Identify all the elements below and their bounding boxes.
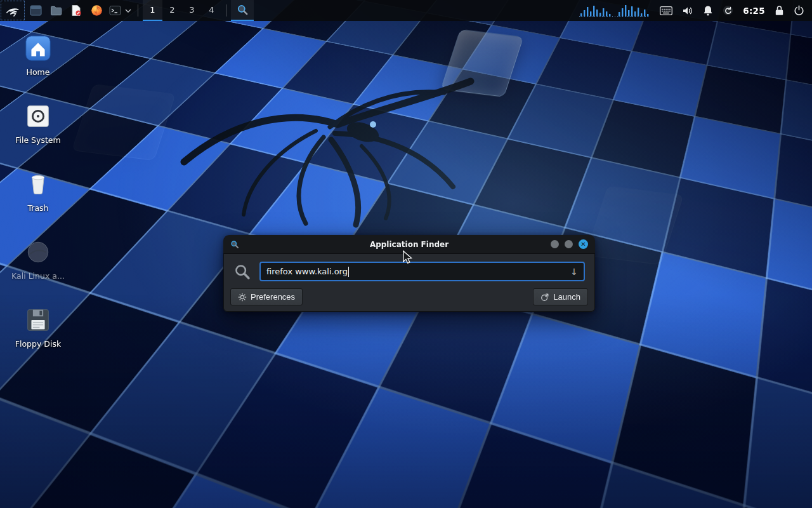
- chevron-down-icon: [125, 8, 131, 13]
- launch-button[interactable]: Launch: [533, 288, 588, 305]
- launch-label: Launch: [553, 292, 580, 302]
- keyboard-layout-button[interactable]: [660, 6, 672, 15]
- trash-icon: [23, 169, 53, 199]
- volume-icon: [682, 6, 693, 16]
- application-finder-window: Application Finder ✕ firefox www.kali.or…: [223, 235, 595, 312]
- folder-icon: [50, 4, 62, 17]
- workspace-button-3[interactable]: 3: [182, 0, 202, 21]
- window-title: Application Finder: [223, 240, 595, 249]
- desktop-icon-label: Floppy Disk: [15, 339, 61, 349]
- search-icon: [233, 263, 251, 281]
- window-controls: ✕: [551, 239, 588, 249]
- search-input[interactable]: firefox www.kali.org ↓: [259, 262, 585, 281]
- titlebar[interactable]: Application Finder ✕: [223, 235, 595, 254]
- floppy-disk-icon: [23, 305, 53, 335]
- desktop-icon-kali-linux[interactable]: Kali Linux a...: [8, 237, 69, 305]
- workspace-button-4[interactable]: 4: [202, 0, 221, 21]
- terminal-launcher[interactable]: [107, 0, 123, 21]
- terminal-icon: [109, 4, 121, 17]
- preferences-button[interactable]: Preferences: [230, 288, 303, 305]
- text-editor-launcher[interactable]: [66, 0, 86, 21]
- desktop-icon-file-system[interactable]: File System: [8, 101, 69, 169]
- applications-menu-button[interactable]: [1, 1, 25, 20]
- file-system-icon: [23, 101, 53, 131]
- desktop-icon-label: Trash: [27, 203, 48, 213]
- application-finder-icon: [237, 4, 249, 16]
- updates-button[interactable]: [723, 5, 733, 16]
- window-app-icon: [230, 240, 239, 249]
- close-button[interactable]: ✕: [579, 239, 588, 249]
- search-row: firefox www.kali.org ↓: [233, 262, 585, 281]
- audio-spectrum-widget[interactable]: [579, 4, 650, 18]
- preferences-label: Preferences: [251, 292, 295, 302]
- text-caret: [348, 267, 349, 277]
- desktop-icon-label: Kali Linux a...: [11, 271, 65, 281]
- gear-icon: [238, 293, 247, 302]
- power-icon: [794, 5, 804, 16]
- kali-logo-icon: [6, 4, 20, 18]
- firefox-icon: [91, 4, 103, 17]
- panel-separator: [226, 4, 226, 17]
- file-manager-launcher[interactable]: [25, 0, 46, 21]
- text-editor-icon: [70, 4, 82, 17]
- search-input-value: firefox www.kali.org: [266, 267, 348, 276]
- firefox-launcher[interactable]: [86, 0, 107, 21]
- notifications-button[interactable]: [703, 5, 713, 16]
- kali-disc-icon: [23, 237, 53, 267]
- minimize-button[interactable]: [551, 240, 559, 248]
- desktop-icon-column: Home File System Trash: [8, 33, 69, 373]
- volume-button[interactable]: [682, 6, 693, 16]
- home-icon: [23, 33, 53, 64]
- workspace-button-1[interactable]: 1: [143, 0, 162, 21]
- top-panel: 1 2 3 4: [0, 0, 812, 21]
- workspace-button-2[interactable]: 2: [162, 0, 182, 21]
- file-manager-icon: [30, 4, 42, 17]
- folder-launcher[interactable]: [46, 0, 66, 21]
- dialog-body: firefox www.kali.org ↓ Preferences: [223, 254, 595, 312]
- maximize-button[interactable]: [565, 240, 573, 248]
- lock-icon: [775, 5, 784, 16]
- keyboard-icon: [660, 6, 672, 15]
- lock-screen-button[interactable]: [775, 5, 784, 16]
- system-tray: 6:25: [579, 0, 812, 21]
- panel-separator: [138, 4, 138, 17]
- taskbar-application-finder[interactable]: [231, 0, 254, 21]
- bell-icon: [703, 5, 713, 16]
- update-icon: [723, 5, 733, 16]
- panel-clock[interactable]: 6:25: [743, 6, 765, 16]
- desktop-icon-home[interactable]: Home: [8, 33, 69, 101]
- button-row: Preferences Launch: [230, 288, 588, 305]
- desktop-icon-trash[interactable]: Trash: [8, 169, 69, 237]
- terminal-dropdown-button[interactable]: [123, 0, 133, 21]
- desktop-icon-floppy-disk[interactable]: Floppy Disk: [8, 305, 69, 373]
- launch-icon: [540, 293, 549, 302]
- desktop-icon-label: File System: [15, 135, 61, 145]
- desktop-screen: 1 2 3 4: [0, 0, 812, 508]
- desktop-icon-label: Home: [27, 67, 50, 77]
- logout-button[interactable]: [794, 5, 804, 16]
- history-dropdown-arrow-icon[interactable]: ↓: [565, 267, 578, 277]
